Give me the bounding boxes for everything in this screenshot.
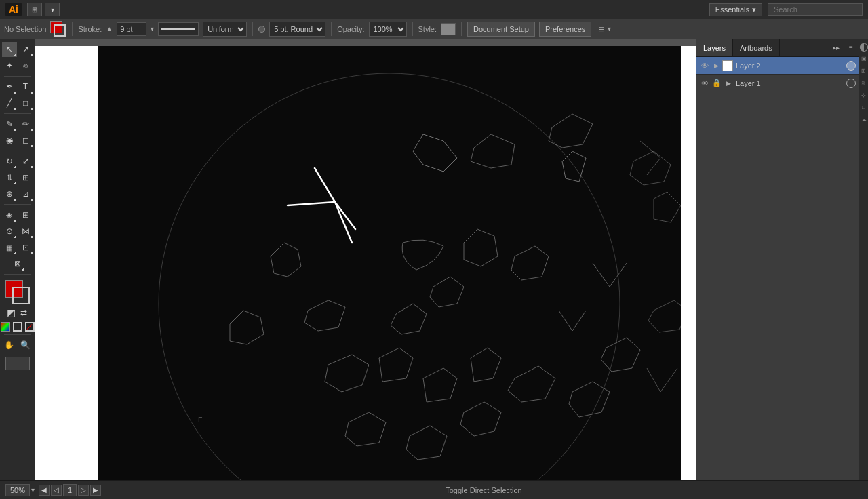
tab-artboards[interactable]: Artboards <box>733 39 780 56</box>
workspace-selector[interactable]: Essentials ▾ <box>709 3 762 16</box>
next-artboard-btn[interactable]: ▷ <box>78 485 89 496</box>
panel-expand-btn[interactable]: ▸▸ <box>829 39 844 57</box>
blob-brush-tool[interactable]: ◉ <box>2 133 17 148</box>
hand-tool[interactable]: ✋ <box>2 338 17 353</box>
rect-tool[interactable]: □ <box>18 96 33 111</box>
panel-menu-btn[interactable]: ≡ <box>844 39 859 57</box>
stroke-label: Stroke: <box>78 25 102 33</box>
layer2-expand-icon[interactable]: ▶ <box>711 61 721 71</box>
document-setup-button[interactable]: Document Setup <box>467 22 535 37</box>
stroke-dot <box>258 26 265 33</box>
color-panel-btn[interactable]: ◐ <box>860 42 868 50</box>
zoom-dropdown-btn[interactable]: ▾ <box>31 486 35 494</box>
tool-row-hand-zoom: ✋ 🔍 <box>2 338 33 353</box>
layer1-lock-icon[interactable]: 🔒 <box>711 78 722 89</box>
column-graph-tool[interactable]: ▦ <box>2 240 17 255</box>
type-tool[interactable]: T <box>18 79 33 94</box>
zoom-tool[interactable]: 🔍 <box>18 338 33 353</box>
svg-marker-18 <box>460 402 501 436</box>
layer1-expand-icon[interactable]: ▶ <box>724 79 733 88</box>
svg-marker-7 <box>464 229 498 266</box>
arrange-windows-btn[interactable]: ⊞ <box>27 3 42 16</box>
layer1-visibility-icon[interactable]: 👁 <box>699 78 710 89</box>
mesh-tool[interactable]: ⊞ <box>18 207 33 222</box>
blend-tool[interactable]: ⋈ <box>18 224 33 239</box>
zoom-input[interactable] <box>5 484 30 496</box>
stroke-type-select[interactable]: Uniform <box>203 22 247 37</box>
layer2-name: Layer 2 <box>734 62 845 70</box>
layer1-name: Layer 1 <box>734 79 845 87</box>
symbols-panel-btn[interactable]: ⊹ <box>860 91 868 99</box>
stroke-type-preview[interactable] <box>158 22 199 36</box>
svg-marker-5 <box>271 243 301 277</box>
svg-marker-19 <box>508 366 555 402</box>
tab-layers[interactable]: Layers <box>696 39 733 56</box>
pen-tool[interactable]: ✒ <box>2 79 17 94</box>
search-input[interactable] <box>768 3 863 16</box>
direct-selection-tool[interactable]: ↗ <box>18 42 33 57</box>
perspective-grid-tool[interactable]: ⊿ <box>18 186 33 201</box>
preferences-button[interactable]: Preferences <box>539 22 591 37</box>
layer1-target-circle[interactable] <box>846 79 856 88</box>
tool-row-7: ↻ ⤢ <box>2 154 33 169</box>
layer-item-layer2[interactable]: 👁 ▶ Layer 2 <box>696 57 859 75</box>
stroke-swatch[interactable] <box>12 287 30 304</box>
lasso-tool[interactable]: ⌾ <box>18 58 33 73</box>
layer2-visibility-icon[interactable]: 👁 <box>699 60 710 71</box>
status-message: Toggle Direct Selection <box>105 486 863 494</box>
gradient-mode-btn[interactable] <box>13 322 22 332</box>
brushes-panel-btn[interactable]: ≋ <box>860 79 868 87</box>
stroke-adjust-up[interactable]: ▲ <box>106 25 113 33</box>
swatches-panel-btn[interactable]: ⊞ <box>860 66 868 75</box>
layers-list: 👁 ▶ Layer 2 👁 🔒 ▶ Layer 1 <box>696 57 859 481</box>
rect-preview-box[interactable] <box>5 357 30 370</box>
slice-tool[interactable]: ⊠ <box>10 256 25 271</box>
color-controls: ◩ ⇄ <box>6 307 29 318</box>
color-mode-btn[interactable] <box>1 322 10 332</box>
eyedropper-tool[interactable]: ⊙ <box>2 224 17 239</box>
none-mode-btn[interactable] <box>25 322 35 332</box>
page-number-input[interactable] <box>63 484 77 496</box>
default-colors-btn[interactable]: ◩ <box>6 307 17 318</box>
selection-tool[interactable]: ↖ <box>2 42 17 57</box>
page-navigation: ◀ ◁ ▷ ▶ <box>39 484 101 496</box>
libraries-btn[interactable]: ☁ <box>860 115 868 123</box>
swap-colors-btn[interactable]: ⇄ <box>18 307 29 318</box>
eraser-tool[interactable]: ◻ <box>18 133 33 148</box>
stroke-color-box[interactable] <box>54 24 66 37</box>
warp-tool[interactable]: ⥮ <box>2 170 17 185</box>
panel-options-btn[interactable]: ≡ <box>598 24 604 35</box>
line-tool[interactable]: ╱ <box>2 96 17 111</box>
magic-wand-tool[interactable]: ✦ <box>2 58 17 73</box>
opacity-select[interactable]: 100% <box>369 22 407 37</box>
artboard[interactable]: E <box>98 46 681 494</box>
prev-artboard-btn[interactable]: ◁ <box>51 485 62 496</box>
tool-row-10: ◈ ⊞ <box>2 207 33 222</box>
shape-builder-tool[interactable]: ⊕ <box>2 186 17 201</box>
rotate-tool[interactable]: ↻ <box>2 154 17 169</box>
artboard-tool[interactable]: ⊡ <box>18 240 33 255</box>
appearance-panel-btn[interactable]: ▣ <box>860 54 868 62</box>
gradient-tool[interactable]: ◈ <box>2 207 17 222</box>
layer2-target-circle[interactable] <box>846 61 856 71</box>
graphic-styles-btn[interactable]: □ <box>860 103 868 111</box>
svg-marker-2 <box>471 134 515 168</box>
options-expand-btn[interactable]: ▾ <box>608 25 611 33</box>
scale-tool[interactable]: ⤢ <box>18 154 33 169</box>
next-page-btn[interactable]: ▶ <box>90 485 101 496</box>
pencil-tool[interactable]: ✏ <box>18 117 33 132</box>
divider-3 <box>331 22 332 36</box>
title-icons: ⊞ ▾ <box>27 3 60 16</box>
stroke-width-down[interactable]: ▾ <box>151 25 154 33</box>
stroke-cap-select[interactable]: 5 pt. Round <box>269 22 326 37</box>
svg-marker-8 <box>511 246 549 280</box>
artboard-wrapper: E <box>35 46 696 494</box>
free-transform-tool[interactable]: ⊞ <box>18 170 33 185</box>
prev-page-btn[interactable]: ◀ <box>39 485 50 496</box>
canvas-area[interactable]: E <box>35 39 696 499</box>
paintbrush-tool[interactable]: ✎ <box>2 117 17 132</box>
stroke-width-input[interactable] <box>117 22 146 36</box>
window-options-btn[interactable]: ▾ <box>45 3 60 16</box>
layer-item-layer1[interactable]: 👁 🔒 ▶ Layer 1 <box>696 75 859 92</box>
svg-marker-15 <box>430 277 464 307</box>
